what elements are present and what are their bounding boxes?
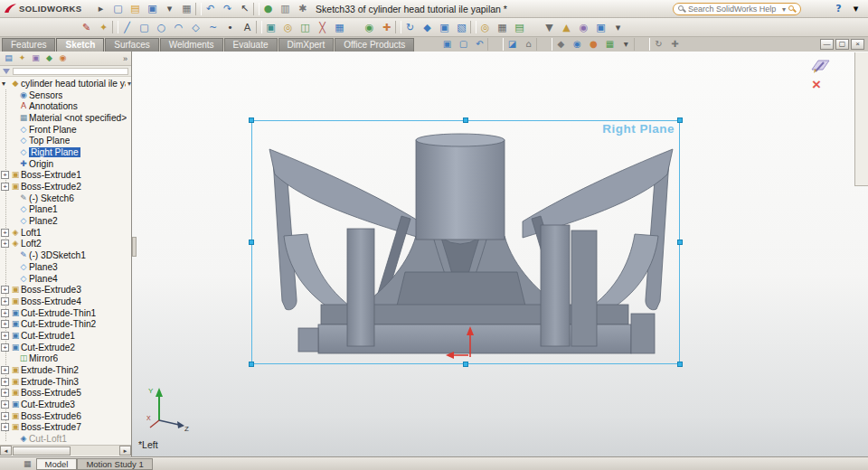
selection-handle[interactable] [249,240,254,245]
expander-icon[interactable] [9,136,17,145]
text-icon[interactable]: A [239,20,256,35]
view-toolbar-icon[interactable] [536,38,552,51]
plane-selection-box[interactable] [251,120,680,364]
titlebar-options-arrow[interactable]: ▾ [847,1,864,16]
featuremanager-tab-icon[interactable]: ▤ [2,52,15,65]
toolbar-icon[interactable] [112,21,118,33]
expander-icon[interactable]: + [1,423,9,431]
tree-item[interactable]: ✚ Origin [0,158,131,170]
previous-view-icon[interactable]: ↶ [471,38,487,51]
search-go-icon[interactable] [788,5,797,14]
command-tab[interactable]: DimXpert [278,38,335,52]
expander-icon[interactable] [9,354,17,362]
help-button[interactable]: ? [830,1,847,16]
search-box[interactable]: ▾ [673,3,801,15]
spline-icon[interactable]: ~ [204,20,222,35]
expander-icon[interactable]: + [1,183,9,191]
edit-appearance-icon[interactable]: ● [585,38,601,51]
tree-item[interactable]: + ▣ Boss-Extrude5 [0,388,131,400]
tree-item[interactable]: ◇ Plane1 [0,204,131,216]
tree-item[interactable]: ◇ Plane3 [0,261,131,273]
selection-handle[interactable] [677,362,683,367]
expander-icon[interactable] [9,263,17,271]
grid-settings-icon[interactable]: ▦ [494,20,511,35]
selection-handle[interactable] [249,118,254,123]
smart-dimension-icon[interactable]: ✦ [95,20,112,35]
line-icon[interactable]: ╱ [118,20,136,35]
tree-item[interactable]: ◇ Top Plane [0,135,131,146]
tree-item[interactable]: ✎ (-) Sketch6 [0,193,131,204]
rectangle-icon[interactable]: ▢ [136,20,153,35]
tree-item[interactable]: ◇ Front Plane [0,124,131,136]
save-document-icon[interactable]: ▣ [144,1,161,16]
expander-icon[interactable] [9,114,17,122]
tree-item[interactable]: ◉ Sensors [0,89,131,101]
quick-snaps-icon[interactable]: ◎ [476,20,494,35]
expander-icon[interactable]: + [1,297,9,306]
expander-icon[interactable]: + [1,412,9,420]
filter-funnel-icon[interactable] [3,69,10,74]
offset-entities-icon[interactable]: ◎ [279,20,297,35]
displaymanager-tab-icon[interactable]: ◉ [56,52,70,65]
selection-handle[interactable] [463,362,468,367]
tree-item[interactable]: + ◈ Loft2 [0,239,131,250]
rotate-view-icon[interactable]: ↻ [650,38,666,51]
configurationmanager-tab-icon[interactable]: ▣ [29,52,42,65]
command-tab[interactable]: Sketch [56,38,104,52]
tree-item[interactable]: ◫ Mirror6 [0,353,131,365]
selection-handle[interactable] [463,118,468,123]
horizontal-scrollbar[interactable]: ◄ ► [0,445,131,456]
new-document-icon[interactable]: ▢ [109,1,127,16]
toolbar-icon[interactable] [195,3,202,15]
tree-item[interactable]: ◇ Right Plane [0,146,131,158]
view-orientation-icon[interactable]: ⌂ [520,38,536,51]
tree-item[interactable]: + ▣ Boss-Extrude3 [0,284,131,296]
select-arrow-icon[interactable]: ↖ [236,1,253,16]
expander-icon[interactable]: + [1,171,9,179]
hide-show-items-icon[interactable]: ◉ [569,38,585,51]
tree-item[interactable]: + ▣ Boss-Extrude2 [0,181,131,193]
viewport[interactable]: Right Plane × Y Z X *Left [132,52,868,456]
expander-icon[interactable] [9,126,17,134]
point-icon[interactable]: • [222,20,239,35]
redo-icon[interactable]: ↷ [219,1,236,16]
propertymanager-tab-icon[interactable]: ✦ [15,52,29,65]
expander-icon[interactable] [9,251,17,259]
tree-item[interactable]: + ▣ Cut-Extrude-Thin1 [0,307,131,319]
options-gear-icon[interactable]: ✱ [294,1,311,16]
expander-icon[interactable] [9,160,17,168]
toolbar-icon[interactable] [470,21,476,33]
command-tab[interactable]: Evaluate [224,38,278,52]
expander-icon[interactable]: + [1,400,9,409]
view-toolbar-icon[interactable] [487,38,504,51]
command-tab[interactable]: Surfaces [105,38,158,52]
tree-item[interactable]: + ▣ Boss-Extrude1 [0,170,131,182]
tree-item[interactable]: A Annotations [0,100,131,112]
pan-icon[interactable]: ✚ [666,38,683,51]
expander-icon[interactable]: + [1,389,9,397]
selection-handle[interactable] [677,118,683,123]
toolbar-dropdown-icon[interactable]: ▾ [609,20,627,35]
toolbar-icon[interactable] [253,3,259,15]
tree-item[interactable]: + ▣ Boss-Extrude4 [0,296,131,307]
panel-splitter[interactable] [132,237,137,257]
print-document-icon[interactable]: ▦ [178,1,195,16]
tree-item[interactable]: + ▣ Cut-Extrude3 [0,399,131,410]
expander-icon[interactable]: + [1,332,9,340]
instant3d-icon[interactable]: ▲ [558,20,575,35]
search-input[interactable] [688,5,780,14]
toolbar-icon[interactable] [395,21,401,33]
tree-root-item[interactable]: ▾ ◆ cylinder head tutorial ile yapıla ▾ [0,78,131,89]
expander-icon[interactable]: + [1,320,9,328]
panel-chevron-icon[interactable]: » [123,54,129,63]
file-properties-icon[interactable]: ▥ [277,1,294,16]
view-toolbar-icon[interactable] [634,38,650,51]
scroll-left-button[interactable]: ◄ [0,446,12,456]
tree-item[interactable]: ◇ Plane2 [0,215,131,227]
copy-entities-icon[interactable]: ▣ [436,20,453,35]
collapse-arrow-icon[interactable]: ▾ [2,80,10,88]
selection-handle[interactable] [249,362,254,367]
filter-input[interactable] [13,68,128,75]
command-tab[interactable]: Office Products [335,38,414,52]
flyout-arrow-icon[interactable]: ▾ [127,80,131,88]
